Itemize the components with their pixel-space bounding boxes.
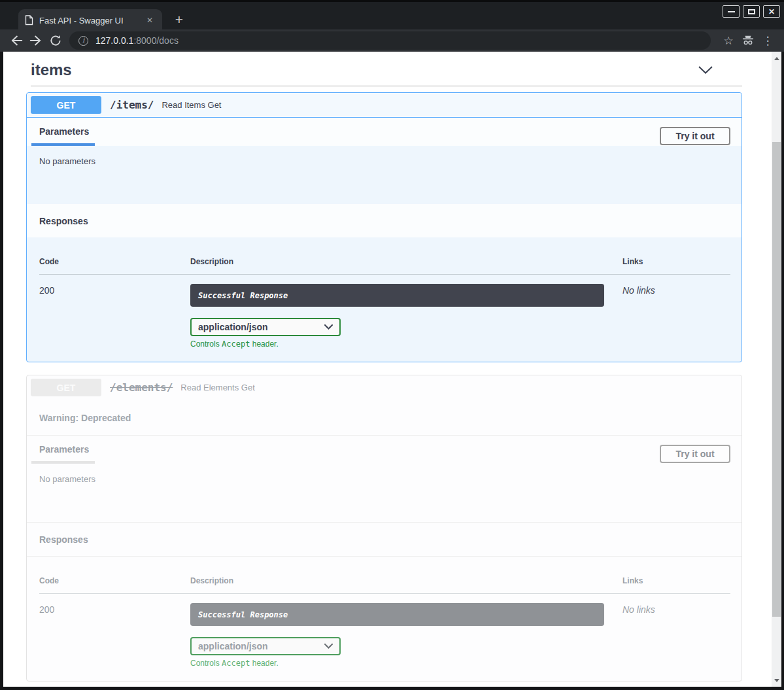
maximize-button[interactable] — [743, 5, 760, 18]
parameters-tab-underline — [31, 461, 95, 464]
tag-section-header[interactable]: items — [26, 57, 742, 79]
deprecated-warning: Warning: Deprecated — [27, 400, 741, 435]
response-code: 200 — [39, 603, 190, 668]
page-favicon-icon — [25, 15, 33, 26]
incognito-icon — [738, 31, 758, 50]
links-value: No links — [622, 603, 730, 668]
parameters-header: Parameters Try it out — [27, 435, 741, 464]
response-description-box: Successful Response — [190, 603, 604, 626]
response-description-text: Successful Response — [198, 291, 288, 300]
media-type-select[interactable]: application/json — [190, 637, 341, 655]
accept-code: Accept — [222, 339, 250, 349]
links-column-header: Links — [622, 576, 730, 593]
close-button[interactable]: ✕ — [763, 5, 780, 18]
scroll-down-button[interactable] — [772, 675, 781, 685]
scroll-up-button[interactable] — [772, 53, 781, 63]
code-column-header: Code — [39, 576, 190, 593]
endpoint-path: /items/ — [110, 99, 154, 111]
forward-button[interactable] — [26, 31, 46, 50]
scrollbar-thumb[interactable] — [772, 142, 781, 617]
response-code: 200 — [39, 284, 190, 349]
tag-title: items — [31, 61, 698, 79]
media-type-value: application/json — [198, 641, 324, 651]
url-path: :8000/docs — [133, 35, 179, 46]
tab-title: Fast API - Swagger UI — [39, 16, 144, 26]
controls-accept-note: Controls Accept header. — [190, 659, 622, 668]
method-badge: GET — [31, 379, 101, 396]
browser-toolbar: i 127.0.0.1:8000/docs ☆ ⋮ — [0, 29, 784, 52]
controls-accept-note: Controls Accept header. — [190, 339, 622, 349]
parameters-header: Parameters Try it out — [27, 118, 741, 146]
opblock-summary[interactable]: GET /items/ Read Items Get — [27, 93, 741, 118]
chevron-down-icon[interactable] — [698, 66, 713, 74]
accept-code: Accept — [222, 659, 250, 668]
media-type-select[interactable]: application/json — [190, 318, 341, 336]
parameters-title: Parameters — [39, 444, 660, 455]
responses-title: Responses — [27, 522, 741, 557]
table-header-rule — [39, 274, 730, 275]
responses-title: Responses — [27, 204, 741, 237]
vertical-scrollbar[interactable] — [772, 52, 781, 687]
parameters-title: Parameters — [39, 126, 660, 137]
minimize-button[interactable] — [723, 5, 740, 18]
response-description-cell: Successful Response application/json — [190, 284, 622, 349]
code-column-header: Code — [39, 257, 190, 274]
endpoint-summary: Read Elements Get — [180, 383, 254, 392]
description-column-header: Description — [190, 257, 622, 274]
new-tab-button[interactable]: + — [170, 11, 188, 28]
method-badge: GET — [31, 96, 101, 114]
url-text: 127.0.0.1:8000/docs — [95, 35, 179, 46]
tab-close-icon[interactable]: ✕ — [144, 16, 156, 25]
back-button[interactable] — [7, 31, 26, 50]
response-description-text: Successful Response — [198, 610, 288, 619]
description-column-header: Description — [190, 576, 622, 593]
opblock-get-elements-deprecated: GET /elements/ Read Elements Get Warning… — [26, 375, 742, 681]
swagger-content: items GET /items/ Read Items Get Para — [3, 52, 781, 681]
parameters-tab-underline — [31, 143, 95, 146]
no-parameters-text: No parameters — [27, 146, 741, 204]
url-host: 127.0.0.1 — [95, 35, 133, 46]
browser-tab[interactable]: Fast API - Swagger UI ✕ — [18, 9, 162, 31]
browser-window: Fast API - Swagger UI ✕ + ✕ — [0, 0, 784, 690]
scroll-down-icon — [774, 679, 779, 682]
bookmark-star-icon[interactable]: ☆ — [719, 31, 738, 50]
scroll-up-icon — [774, 57, 779, 60]
responses-table: Code Description Links 200 Successful Re… — [27, 557, 741, 681]
select-chevron-icon — [324, 644, 333, 649]
response-description-cell: Successful Response application/json — [190, 603, 622, 668]
try-it-out-button[interactable]: Try it out — [660, 445, 730, 463]
table-header-rule — [39, 593, 730, 594]
browser-menu-button[interactable]: ⋮ — [758, 31, 777, 50]
responses-table: Code Description Links 200 Successful Re… — [27, 237, 741, 362]
window-controls: ✕ — [723, 5, 780, 18]
endpoint-summary: Read Items Get — [162, 100, 221, 110]
no-parameters-text: No parameters — [27, 464, 741, 522]
links-column-header: Links — [622, 257, 730, 274]
opblock-get-items: GET /items/ Read Items Get Parameters Tr… — [26, 92, 742, 362]
links-value: No links — [622, 284, 730, 349]
minimize-icon — [728, 11, 735, 12]
close-icon: ✕ — [768, 8, 775, 16]
site-info-icon[interactable]: i — [78, 36, 88, 46]
response-description-box: Successful Response — [190, 284, 604, 307]
page-viewport: items GET /items/ Read Items Get Para — [3, 52, 781, 687]
media-type-value: application/json — [198, 322, 324, 332]
address-bar[interactable]: i 127.0.0.1:8000/docs — [69, 31, 711, 50]
endpoint-path: /elements/ — [110, 381, 173, 394]
reload-button[interactable] — [46, 31, 65, 50]
maximize-icon — [748, 9, 755, 14]
select-chevron-icon — [324, 324, 333, 330]
tag-divider — [31, 86, 742, 86]
tab-strip: Fast API - Swagger UI ✕ + ✕ — [0, 0, 784, 29]
opblock-summary[interactable]: GET /elements/ Read Elements Get — [27, 375, 741, 400]
try-it-out-button[interactable]: Try it out — [660, 127, 730, 145]
